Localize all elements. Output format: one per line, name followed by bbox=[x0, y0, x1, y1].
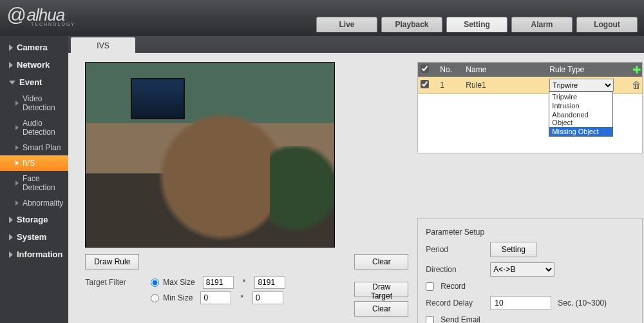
sidebar: Camera Network Event Video Detection Aud… bbox=[0, 36, 68, 323]
target-filter-label: Target Filter bbox=[85, 278, 143, 287]
col-no: No. bbox=[440, 65, 466, 74]
chevron-right-icon bbox=[9, 251, 13, 258]
left-panel: Draw Rule Target Filter Max Size * bbox=[85, 62, 343, 323]
record-delay-input[interactable] bbox=[490, 296, 551, 310]
sidebar-item-system[interactable]: System bbox=[0, 228, 68, 246]
table-header: No. Name Rule Type ✚ bbox=[418, 63, 642, 77]
sidebar-item-ivs[interactable]: IVS bbox=[0, 155, 68, 171]
chevron-right-icon bbox=[9, 44, 13, 51]
content-tabs: IVS bbox=[68, 36, 644, 53]
sidebar-item-video-detection[interactable]: Video Detection bbox=[0, 91, 68, 115]
max-height-input[interactable] bbox=[254, 276, 285, 289]
period-label: Period bbox=[426, 245, 484, 254]
sidebar-item-camera[interactable]: Camera bbox=[0, 39, 68, 56]
direction-label: Direction bbox=[426, 265, 484, 274]
max-size-radio-input[interactable] bbox=[151, 279, 159, 287]
delete-icon[interactable]: 🗑 bbox=[627, 80, 644, 90]
tab-setting[interactable]: Setting bbox=[446, 17, 507, 32]
draw-rule-button[interactable]: Draw Rule bbox=[85, 254, 139, 269]
sidebar-item-information[interactable]: Information bbox=[0, 246, 68, 263]
draw-target-button[interactable]: Draw Target bbox=[354, 282, 408, 297]
send-email-checkbox[interactable] bbox=[426, 316, 434, 324]
rule-type-select[interactable]: Tripwire bbox=[549, 79, 614, 92]
record-label: Record bbox=[440, 282, 466, 291]
chevron-down-icon bbox=[9, 81, 15, 84]
chevron-right-icon bbox=[9, 217, 13, 223]
content: IVS ? Draw Rule Target Filter Max Size * bbox=[68, 36, 644, 323]
content-tab-ivs[interactable]: IVS bbox=[71, 37, 135, 53]
chevron-right-icon bbox=[9, 234, 13, 240]
parameter-setup: Parameter Setup Period Setting Direction… bbox=[417, 218, 643, 323]
logo: @alhua TECHNOLOGY bbox=[6, 0, 64, 32]
max-width-input[interactable] bbox=[203, 276, 234, 289]
add-rule-icon[interactable]: ✚ bbox=[627, 64, 644, 76]
right-panel: No. Name Rule Type ✚ 1 Rule1 Tripwire 🗑 bbox=[417, 62, 644, 323]
sidebar-item-event[interactable]: Event bbox=[0, 73, 68, 91]
sidebar-item-audio-detection[interactable]: Audio Detection bbox=[0, 115, 68, 140]
max-size-radio[interactable]: Max Size bbox=[151, 278, 194, 287]
sidebar-item-network[interactable]: Network bbox=[0, 56, 68, 73]
rule-table: No. Name Rule Type ✚ 1 Rule1 Tripwire 🗑 bbox=[417, 62, 643, 94]
col-name: Name bbox=[466, 65, 549, 74]
sidebar-item-smart-plan[interactable]: Smart Plan bbox=[0, 140, 68, 155]
option-tripwire[interactable]: Tripwire bbox=[549, 92, 612, 101]
clear-rule-button[interactable]: Clear bbox=[354, 254, 408, 269]
sidebar-item-face-detection[interactable]: Face Detection bbox=[0, 171, 68, 195]
logo-mark: @ bbox=[6, 4, 25, 26]
min-height-input[interactable] bbox=[252, 291, 283, 304]
option-intrusion[interactable]: Intrusion bbox=[549, 101, 612, 110]
parameter-legend: Parameter Setup bbox=[426, 228, 634, 237]
send-email-label: Send Email bbox=[440, 315, 480, 323]
chevron-right-icon bbox=[9, 62, 13, 68]
tab-live[interactable]: Live bbox=[316, 17, 377, 32]
multiply-icon: * bbox=[242, 278, 247, 287]
logo-caption: TECHNOLOGY bbox=[31, 22, 75, 26]
period-setting-button[interactable]: Setting bbox=[490, 242, 536, 257]
min-width-input[interactable] bbox=[200, 291, 231, 304]
option-abandoned[interactable]: Abandoned Object bbox=[549, 110, 612, 127]
select-all-checkbox[interactable] bbox=[421, 64, 429, 73]
video-preview[interactable] bbox=[85, 62, 335, 248]
min-size-radio[interactable]: Min Size bbox=[151, 293, 193, 302]
col-ruletype: Rule Type bbox=[549, 65, 627, 74]
topbar: @alhua TECHNOLOGY Live Playback Setting … bbox=[0, 0, 644, 32]
direction-select[interactable]: A<->B bbox=[490, 262, 554, 277]
tab-logout[interactable]: Logout bbox=[576, 17, 638, 32]
tab-playback[interactable]: Playback bbox=[381, 17, 442, 32]
record-checkbox[interactable] bbox=[426, 282, 434, 291]
multiply-icon: * bbox=[239, 293, 245, 302]
clear-target-button[interactable]: Clear bbox=[354, 301, 408, 317]
row-no: 1 bbox=[440, 81, 466, 90]
mid-panel: Clear Draw Target Clear bbox=[352, 62, 408, 323]
main-tabs: Live Playback Setting Alarm Logout bbox=[316, 17, 638, 32]
sidebar-item-abnormality[interactable]: Abnormality bbox=[0, 195, 68, 211]
record-delay-label: Record Delay bbox=[426, 299, 484, 308]
tab-alarm[interactable]: Alarm bbox=[511, 17, 573, 32]
row-checkbox[interactable] bbox=[421, 80, 429, 88]
record-delay-unit: Sec. (10~300) bbox=[558, 299, 607, 308]
option-missing[interactable]: Missing Object bbox=[549, 127, 612, 136]
min-size-radio-input[interactable] bbox=[151, 294, 159, 302]
rule-type-dropdown[interactable]: Tripwire Intrusion Abandoned Object Miss… bbox=[549, 92, 613, 137]
row-name[interactable]: Rule1 bbox=[466, 81, 549, 90]
sidebar-item-storage[interactable]: Storage bbox=[0, 211, 68, 228]
